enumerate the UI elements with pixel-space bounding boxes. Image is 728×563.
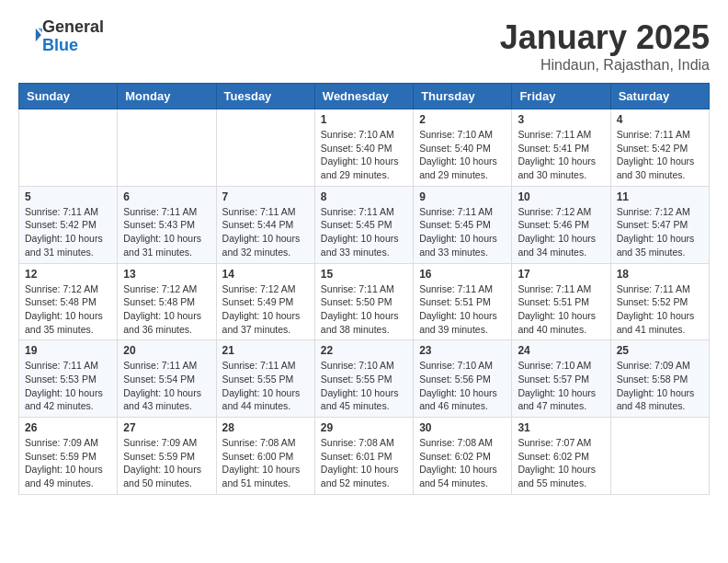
calendar-cell: 6Sunrise: 7:11 AM Sunset: 5:43 PM Daylig…: [118, 186, 216, 263]
calendar-week-row: 5Sunrise: 7:11 AM Sunset: 5:42 PM Daylig…: [19, 186, 710, 263]
day-of-week-header: Friday: [512, 84, 610, 109]
calendar-cell: [216, 109, 314, 187]
logo-blue-text: Blue: [42, 36, 78, 54]
day-info: Sunrise: 7:11 AM Sunset: 5:52 PM Dayligh…: [617, 282, 703, 337]
day-number: 23: [419, 344, 506, 357]
day-number: 21: [222, 344, 309, 357]
page-header: General Blue January 2025 Hindaun, Rajas…: [18, 18, 710, 74]
title-section: January 2025 Hindaun, Rajasthan, India: [500, 18, 710, 74]
calendar-week-row: 1Sunrise: 7:10 AM Sunset: 5:40 PM Daylig…: [19, 109, 710, 187]
day-info: Sunrise: 7:11 AM Sunset: 5:51 PM Dayligh…: [419, 282, 506, 337]
logo-general-text: General: [42, 17, 104, 36]
day-number: 20: [123, 344, 210, 357]
calendar-cell: 1Sunrise: 7:10 AM Sunset: 5:40 PM Daylig…: [314, 109, 413, 187]
calendar-cell: 13Sunrise: 7:12 AM Sunset: 5:48 PM Dayli…: [118, 263, 216, 340]
calendar-cell: 29Sunrise: 7:08 AM Sunset: 6:01 PM Dayli…: [314, 418, 413, 495]
calendar-cell: 14Sunrise: 7:12 AM Sunset: 5:49 PM Dayli…: [216, 263, 314, 340]
day-info: Sunrise: 7:10 AM Sunset: 5:57 PM Dayligh…: [518, 359, 604, 413]
day-info: Sunrise: 7:11 AM Sunset: 5:45 PM Dayligh…: [321, 205, 407, 259]
day-number: 27: [123, 421, 210, 434]
day-info: Sunrise: 7:12 AM Sunset: 5:48 PM Dayligh…: [25, 282, 111, 337]
calendar-cell: 31Sunrise: 7:07 AM Sunset: 6:02 PM Dayli…: [512, 418, 610, 495]
day-number: 13: [123, 268, 210, 281]
day-number: 1: [321, 113, 407, 126]
calendar-body: 1Sunrise: 7:10 AM Sunset: 5:40 PM Daylig…: [19, 109, 710, 495]
calendar-table: SundayMondayTuesdayWednesdayThursdayFrid…: [18, 83, 710, 495]
day-info: Sunrise: 7:10 AM Sunset: 5:40 PM Dayligh…: [321, 128, 407, 182]
calendar-week-row: 19Sunrise: 7:11 AM Sunset: 5:53 PM Dayli…: [19, 340, 710, 418]
day-number: 7: [222, 190, 309, 203]
day-info: Sunrise: 7:08 AM Sunset: 6:02 PM Dayligh…: [419, 436, 506, 490]
day-number: 11: [617, 190, 703, 203]
calendar-header: SundayMondayTuesdayWednesdayThursdayFrid…: [19, 84, 710, 109]
day-info: Sunrise: 7:11 AM Sunset: 5:41 PM Dayligh…: [518, 128, 604, 182]
calendar-week-row: 26Sunrise: 7:09 AM Sunset: 5:59 PM Dayli…: [19, 418, 710, 495]
day-number: 22: [321, 344, 407, 357]
calendar-cell: 5Sunrise: 7:11 AM Sunset: 5:42 PM Daylig…: [19, 186, 118, 263]
calendar-cell: [19, 109, 118, 187]
day-number: 2: [419, 113, 506, 126]
calendar-cell: 22Sunrise: 7:10 AM Sunset: 5:55 PM Dayli…: [314, 340, 413, 418]
logo: General Blue: [18, 18, 104, 55]
day-number: 6: [123, 190, 210, 203]
calendar-cell: 7Sunrise: 7:11 AM Sunset: 5:44 PM Daylig…: [216, 186, 314, 263]
calendar-cell: 21Sunrise: 7:11 AM Sunset: 5:55 PM Dayli…: [216, 340, 314, 418]
calendar-week-row: 12Sunrise: 7:12 AM Sunset: 5:48 PM Dayli…: [19, 263, 710, 340]
day-info: Sunrise: 7:12 AM Sunset: 5:47 PM Dayligh…: [617, 205, 703, 259]
calendar-cell: 19Sunrise: 7:11 AM Sunset: 5:53 PM Dayli…: [19, 340, 118, 418]
day-info: Sunrise: 7:09 AM Sunset: 5:59 PM Dayligh…: [25, 436, 111, 490]
day-info: Sunrise: 7:12 AM Sunset: 5:48 PM Dayligh…: [123, 282, 210, 337]
day-number: 5: [25, 190, 111, 203]
location-text: Hindaun, Rajasthan, India: [500, 57, 710, 74]
calendar-cell: 10Sunrise: 7:12 AM Sunset: 5:46 PM Dayli…: [512, 186, 610, 263]
calendar-cell: 11Sunrise: 7:12 AM Sunset: 5:47 PM Dayli…: [610, 186, 709, 263]
calendar-cell: 18Sunrise: 7:11 AM Sunset: 5:52 PM Dayli…: [610, 263, 709, 340]
day-info: Sunrise: 7:11 AM Sunset: 5:43 PM Dayligh…: [123, 205, 210, 259]
day-number: 30: [419, 421, 506, 434]
day-info: Sunrise: 7:07 AM Sunset: 6:02 PM Dayligh…: [518, 436, 604, 490]
calendar-cell: 30Sunrise: 7:08 AM Sunset: 6:02 PM Dayli…: [414, 418, 512, 495]
calendar-cell: 28Sunrise: 7:08 AM Sunset: 6:00 PM Dayli…: [216, 418, 314, 495]
day-number: 28: [222, 421, 309, 434]
calendar-cell: 4Sunrise: 7:11 AM Sunset: 5:42 PM Daylig…: [610, 109, 709, 187]
calendar-cell: 25Sunrise: 7:09 AM Sunset: 5:58 PM Dayli…: [610, 340, 709, 418]
calendar-cell: 27Sunrise: 7:09 AM Sunset: 5:59 PM Dayli…: [118, 418, 216, 495]
day-info: Sunrise: 7:11 AM Sunset: 5:44 PM Dayligh…: [222, 205, 309, 259]
calendar-cell: 26Sunrise: 7:09 AM Sunset: 5:59 PM Dayli…: [19, 418, 118, 495]
day-of-week-header: Monday: [118, 84, 216, 109]
day-of-week-header: Wednesday: [314, 84, 413, 109]
day-number: 16: [419, 268, 506, 281]
day-number: 12: [25, 268, 111, 281]
day-number: 17: [518, 268, 604, 281]
calendar-cell: 15Sunrise: 7:11 AM Sunset: 5:50 PM Dayli…: [314, 263, 413, 340]
day-number: 14: [222, 268, 309, 281]
day-number: 25: [617, 344, 703, 357]
day-info: Sunrise: 7:09 AM Sunset: 5:59 PM Dayligh…: [123, 436, 210, 490]
day-number: 10: [518, 190, 604, 203]
day-info: Sunrise: 7:11 AM Sunset: 5:54 PM Dayligh…: [123, 359, 210, 413]
month-title: January 2025: [500, 18, 710, 57]
calendar-cell: 23Sunrise: 7:10 AM Sunset: 5:56 PM Dayli…: [414, 340, 512, 418]
day-number: 24: [518, 344, 604, 357]
day-info: Sunrise: 7:11 AM Sunset: 5:45 PM Dayligh…: [419, 205, 506, 259]
day-info: Sunrise: 7:12 AM Sunset: 5:46 PM Dayligh…: [518, 205, 604, 259]
calendar-cell: 3Sunrise: 7:11 AM Sunset: 5:41 PM Daylig…: [512, 109, 610, 187]
calendar-cell: 2Sunrise: 7:10 AM Sunset: 5:40 PM Daylig…: [414, 109, 512, 187]
day-number: 8: [321, 190, 407, 203]
day-info: Sunrise: 7:11 AM Sunset: 5:55 PM Dayligh…: [222, 359, 309, 413]
day-number: 26: [25, 421, 111, 434]
day-number: 15: [321, 268, 407, 281]
calendar-cell: 20Sunrise: 7:11 AM Sunset: 5:54 PM Dayli…: [118, 340, 216, 418]
day-of-week-header: Saturday: [610, 84, 709, 109]
day-number: 4: [617, 113, 703, 126]
header-row: SundayMondayTuesdayWednesdayThursdayFrid…: [19, 84, 710, 109]
day-of-week-header: Thursday: [414, 84, 512, 109]
day-info: Sunrise: 7:10 AM Sunset: 5:55 PM Dayligh…: [321, 359, 407, 413]
calendar-cell: [118, 109, 216, 187]
calendar-cell: 9Sunrise: 7:11 AM Sunset: 5:45 PM Daylig…: [414, 186, 512, 263]
calendar-cell: 24Sunrise: 7:10 AM Sunset: 5:57 PM Dayli…: [512, 340, 610, 418]
day-info: Sunrise: 7:11 AM Sunset: 5:42 PM Dayligh…: [25, 205, 111, 259]
calendar-cell: 12Sunrise: 7:12 AM Sunset: 5:48 PM Dayli…: [19, 263, 118, 340]
day-info: Sunrise: 7:11 AM Sunset: 5:51 PM Dayligh…: [518, 282, 604, 337]
day-info: Sunrise: 7:12 AM Sunset: 5:49 PM Dayligh…: [222, 282, 309, 337]
